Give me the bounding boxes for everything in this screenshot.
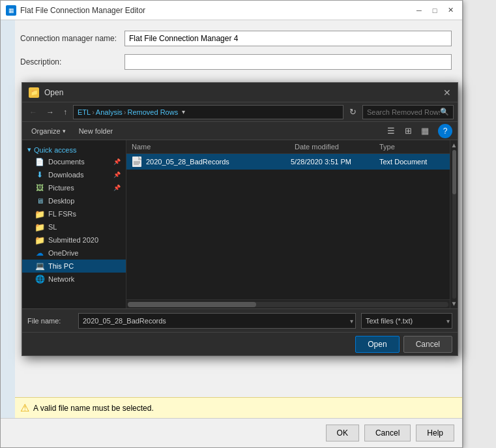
view-grid-button[interactable]: ⊞ [400,124,416,138]
onedrive-icon: ☁ [35,248,44,258]
col-header-name[interactable]: Name [132,143,295,151]
open-dialog: 📁 Open ✕ ← → ↑ ETL › Analysis › Removed … [22,82,458,356]
network-label: Network [48,275,74,283]
downloads-icon: ⬇ [35,170,44,179]
back-button[interactable]: ← [26,106,40,118]
close-dialog-button[interactable]: ✕ [443,87,451,98]
this-pc-label: This PC [48,262,74,270]
scroll-down-button[interactable]: ▼ [451,300,458,307]
sidebar-item-desktop[interactable]: 🖥 Desktop [22,194,126,207]
sidebar-item-downloads[interactable]: ⬇ Downloads 📌 [22,168,126,181]
downloads-label: Downloads [48,171,83,179]
cancel-editor-button[interactable]: Cancel [364,425,411,441]
file-dialog-sidebar: ▾ Quick access 📄 Documents 📌 ⬇ Downloads… [22,140,126,308]
close-editor-button[interactable]: ✕ [444,4,457,17]
desktop-label: Desktop [48,197,74,205]
new-folder-button[interactable]: New folder [75,126,117,136]
sidebar-item-documents[interactable]: 📄 Documents 📌 [22,155,126,168]
col-header-type[interactable]: Type [379,143,445,151]
titlebar-controls: ─ □ ✕ [413,4,457,17]
warning-message: A valid file name must be selected. [33,404,154,413]
breadcrumb-removed-rows[interactable]: Removed Rows [128,108,179,116]
connection-name-input[interactable] [124,31,452,46]
onedrive-label: OneDrive [48,249,78,257]
help-icon-button[interactable]: ? [438,124,452,138]
file-type-icon [132,157,142,167]
dialog-actions: Open Cancel [22,332,458,355]
submitted-2020-icon: 📁 [35,235,44,245]
fl-fsrs-label: FL FSRs [48,210,76,218]
scroll-up-button[interactable]: ▲ [451,142,458,149]
filename-input[interactable] [78,313,356,329]
help-button[interactable]: Help [416,425,454,441]
view-details-button[interactable]: ☰ [383,124,399,138]
vertical-scrollbar[interactable]: ▲ ▼ [450,140,458,308]
description-label: Description: [20,57,124,67]
sidebar-item-fl-fsrs[interactable]: 📁 FL FSRs [22,207,126,220]
submitted-2020-label: Submitted 2020 [48,236,98,244]
new-folder-label: New folder [79,127,113,135]
filename-bar: File name: ▾ Text files (*.txt) All File… [22,308,458,332]
warning-bar: ⚠ A valid file name must be selected. [15,397,462,418]
minimize-button[interactable]: ─ [413,4,426,17]
organize-label: Organize [31,127,61,135]
sidebar-item-submitted-2020[interactable]: 📁 Submitted 2020 [22,233,126,246]
sl-icon: 📁 [35,222,44,231]
pictures-pin: 📌 [113,185,121,191]
v-scroll-track[interactable] [452,150,456,299]
connection-name-label: Connection manager name: [20,34,124,43]
organize-button[interactable]: Organize ▾ [27,126,70,136]
breadcrumb-bar: ETL › Analysis › Removed Rows ▾ [73,105,343,119]
filetype-select[interactable]: Text files (*.txt) All Files (*.*) [361,313,452,329]
breadcrumb-dropdown[interactable]: ▾ [182,108,185,115]
open-button[interactable]: Open [355,336,399,353]
forward-button[interactable]: → [43,106,57,118]
breadcrumb-etl[interactable]: ETL [78,108,91,116]
downloads-pin: 📌 [113,172,121,178]
organize-dropdown-icon: ▾ [63,128,66,134]
fl-fsrs-icon: 📁 [35,209,44,218]
sidebar-item-this-pc[interactable]: 💻 This PC [22,260,126,273]
breadcrumb-analysis[interactable]: Analysis [96,108,123,116]
search-input[interactable] [367,108,440,116]
help-label: Help [427,428,443,438]
left-accent [1,20,15,447]
horizontal-scrollbar[interactable] [126,299,450,308]
pictures-label: Pictures [48,184,74,192]
view-buttons: ☰ ⊞ ▦ [383,124,433,138]
ok-button[interactable]: OK [326,425,359,441]
network-icon: 🌐 [35,275,44,284]
documents-icon: 📄 [35,157,44,166]
sidebar-item-network[interactable]: 🌐 Network [22,273,126,286]
col-header-date[interactable]: Date modified [295,143,379,151]
description-row: Description: [20,54,452,70]
refresh-button[interactable]: ↻ [346,106,360,118]
file-row[interactable]: 2020_05_28_BadRecords 5/28/2020 3:51 PM … [126,154,450,170]
cancel-label: Cancel [375,428,400,438]
sidebar-item-pictures[interactable]: 🖼 Pictures 📌 [22,181,126,194]
editor-title-icon: ▦ [6,5,16,16]
filetype-wrapper: Text files (*.txt) All Files (*.*) ▾ [361,313,452,329]
maximize-button[interactable]: □ [428,4,441,17]
quick-access-label: Quick access [34,146,76,154]
desktop-icon: 🖥 [35,196,44,205]
filename-dropdown-arrow[interactable]: ▾ [350,317,353,324]
sidebar-item-onedrive[interactable]: ☁ OneDrive [22,246,126,260]
file-name: 2020_05_28_BadRecords [146,158,287,166]
dialog-title-icon: 📁 [29,87,39,98]
v-scroll-thumb[interactable] [452,150,456,194]
sidebar-item-sl[interactable]: 📁 SL [22,220,126,233]
filename-input-wrapper: ▾ [78,313,356,329]
address-bar: ← → ↑ ETL › Analysis › Removed Rows ▾ ↻ … [22,102,458,122]
file-type: Text Document [379,158,445,166]
description-input[interactable] [124,54,452,70]
connection-name-row: Connection manager name: [20,31,452,46]
editor-titlebar: ▦ Flat File Connection Manager Editor ─ … [1,1,462,20]
up-button[interactable]: ↑ [60,106,70,118]
h-scroll-track[interactable] [128,302,448,307]
view-icons-button[interactable]: ▦ [417,124,433,138]
h-scroll-thumb[interactable] [128,302,256,307]
cancel-dialog-button[interactable]: Cancel [403,336,452,353]
right-accent-panel [463,0,496,448]
quick-access-header: ▾ Quick access [22,143,126,155]
